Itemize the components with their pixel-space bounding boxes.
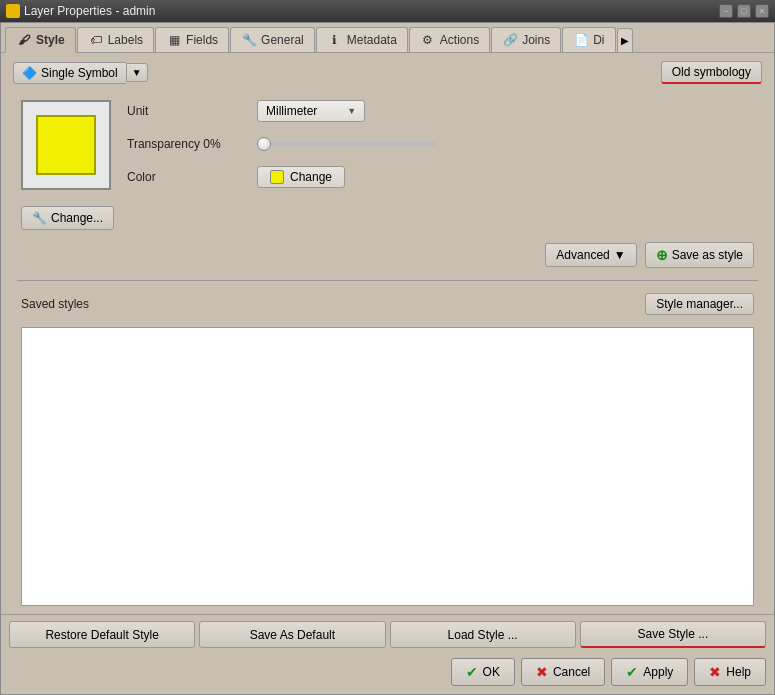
color-change-button[interactable]: Change: [257, 166, 345, 188]
main-content: 🔷 Single Symbol ▼ Old symbology Unit: [1, 53, 774, 614]
general-tab-icon: 🔧: [241, 32, 257, 48]
tab-more-button[interactable]: ▶: [617, 28, 633, 52]
color-control: Change: [257, 166, 754, 188]
cancel-button[interactable]: ✖ Cancel: [521, 658, 605, 686]
tab-labels[interactable]: 🏷 Labels: [77, 27, 154, 52]
actions-tab-label: Actions: [440, 33, 479, 47]
styles-list[interactable]: [21, 327, 754, 606]
symbol-type-selector[interactable]: 🔷 Single Symbol ▼: [13, 62, 148, 84]
symbol-preview: [21, 100, 111, 190]
advanced-row: Advanced ▼ ⊕ Save as style: [13, 238, 762, 272]
unit-select-dropdown[interactable]: Millimeter ▼: [257, 100, 365, 122]
transparency-row: Transparency 0%: [127, 136, 754, 152]
apply-label: Apply: [643, 665, 673, 679]
symbol-select-icon: 🔷: [22, 66, 37, 80]
tab-style[interactable]: 🖌 Style: [5, 27, 76, 53]
app-icon: [6, 4, 20, 18]
symbol-square: [36, 115, 96, 175]
divider-1: [17, 280, 758, 281]
title-bar: Layer Properties - admin − □ ×: [0, 0, 775, 22]
ok-icon: ✔: [466, 664, 478, 680]
tab-actions[interactable]: ⚙ Actions: [409, 27, 490, 52]
transparency-slider[interactable]: [257, 136, 437, 152]
slider-track: [257, 142, 437, 146]
fields-tab-label: Fields: [186, 33, 218, 47]
di-tab-icon: 📄: [573, 32, 589, 48]
unit-label: Unit: [127, 104, 247, 118]
color-swatch: [270, 170, 284, 184]
style-manager-button[interactable]: Style manager...: [645, 293, 754, 315]
labels-tab-icon: 🏷: [88, 32, 104, 48]
ok-button[interactable]: ✔ OK: [451, 658, 515, 686]
help-label: Help: [726, 665, 751, 679]
symbol-type-label: Single Symbol: [41, 66, 118, 80]
unit-value: Millimeter: [266, 104, 317, 118]
style-tab-label: Style: [36, 33, 65, 47]
top-toolbar-row: 🔷 Single Symbol ▼ Old symbology: [13, 61, 762, 84]
dialog-buttons-bar: ✔ OK ✖ Cancel ✔ Apply ✖ Help: [1, 654, 774, 694]
minimize-button[interactable]: −: [719, 4, 733, 18]
cancel-icon: ✖: [536, 664, 548, 680]
bottom-buttons-bar: Restore Default Style Save As Default Lo…: [1, 614, 774, 654]
labels-tab-label: Labels: [108, 33, 143, 47]
apply-button[interactable]: ✔ Apply: [611, 658, 688, 686]
color-row: Color Change: [127, 166, 754, 188]
actions-tab-icon: ⚙: [420, 32, 436, 48]
tab-general[interactable]: 🔧 General: [230, 27, 315, 52]
color-label: Color: [127, 170, 247, 184]
fields-tab-icon: ▦: [166, 32, 182, 48]
tab-fields[interactable]: ▦ Fields: [155, 27, 229, 52]
joins-tab-icon: 🔗: [502, 32, 518, 48]
save-as-default-button[interactable]: Save As Default: [199, 621, 385, 648]
advanced-arrow-icon: ▼: [614, 248, 626, 262]
color-btn-label: Change: [290, 170, 332, 184]
apply-icon: ✔: [626, 664, 638, 680]
di-tab-label: Di: [593, 33, 604, 47]
close-button[interactable]: ×: [755, 4, 769, 18]
save-as-style-button[interactable]: ⊕ Save as style: [645, 242, 754, 268]
unit-row: Unit Millimeter ▼: [127, 100, 754, 122]
tab-metadata[interactable]: ℹ Metadata: [316, 27, 408, 52]
metadata-tab-label: Metadata: [347, 33, 397, 47]
unit-dropdown-arrow: ▼: [347, 106, 356, 116]
symbol-properties-area: Unit Millimeter ▼ Transparency 0%: [13, 92, 762, 198]
slider-thumb[interactable]: [257, 137, 271, 151]
load-style-button[interactable]: Load Style ...: [390, 621, 576, 648]
general-tab-label: General: [261, 33, 304, 47]
saved-styles-label: Saved styles: [21, 297, 89, 311]
title-bar-controls[interactable]: − □ ×: [719, 4, 769, 18]
main-window: 🖌 Style 🏷 Labels ▦ Fields 🔧 General ℹ Me…: [0, 22, 775, 695]
ok-label: OK: [483, 665, 500, 679]
advanced-button[interactable]: Advanced ▼: [545, 243, 636, 267]
symbol-type-dropdown-arrow[interactable]: ▼: [126, 63, 148, 82]
style-tab-icon: 🖌: [16, 32, 32, 48]
saved-styles-header: Saved styles Style manager...: [13, 289, 762, 319]
transparency-control: [257, 136, 754, 152]
save-as-label: Save as style: [672, 248, 743, 262]
change-icon: 🔧: [32, 211, 47, 225]
restore-default-style-button[interactable]: Restore Default Style: [9, 621, 195, 648]
transparency-label: Transparency 0%: [127, 137, 247, 151]
tab-bar: 🖌 Style 🏷 Labels ▦ Fields 🔧 General ℹ Me…: [1, 23, 774, 53]
tab-joins[interactable]: 🔗 Joins: [491, 27, 561, 52]
cancel-label: Cancel: [553, 665, 590, 679]
unit-control: Millimeter ▼: [257, 100, 754, 122]
metadata-tab-icon: ℹ: [327, 32, 343, 48]
tab-di[interactable]: 📄 Di: [562, 27, 615, 52]
advanced-label: Advanced: [556, 248, 609, 262]
change-button[interactable]: 🔧 Change...: [21, 206, 114, 230]
window-title: Layer Properties - admin: [24, 4, 155, 18]
symbol-type-button[interactable]: 🔷 Single Symbol: [13, 62, 126, 84]
help-icon: ✖: [709, 664, 721, 680]
symbol-props-panel: Unit Millimeter ▼ Transparency 0%: [127, 100, 754, 188]
change-btn-label: Change...: [51, 211, 103, 225]
help-button[interactable]: ✖ Help: [694, 658, 766, 686]
old-symbology-button[interactable]: Old symbology: [661, 61, 762, 84]
maximize-button[interactable]: □: [737, 4, 751, 18]
joins-tab-label: Joins: [522, 33, 550, 47]
save-style-button[interactable]: Save Style ...: [580, 621, 766, 648]
title-bar-left: Layer Properties - admin: [6, 4, 155, 18]
save-as-plus-icon: ⊕: [656, 247, 668, 263]
